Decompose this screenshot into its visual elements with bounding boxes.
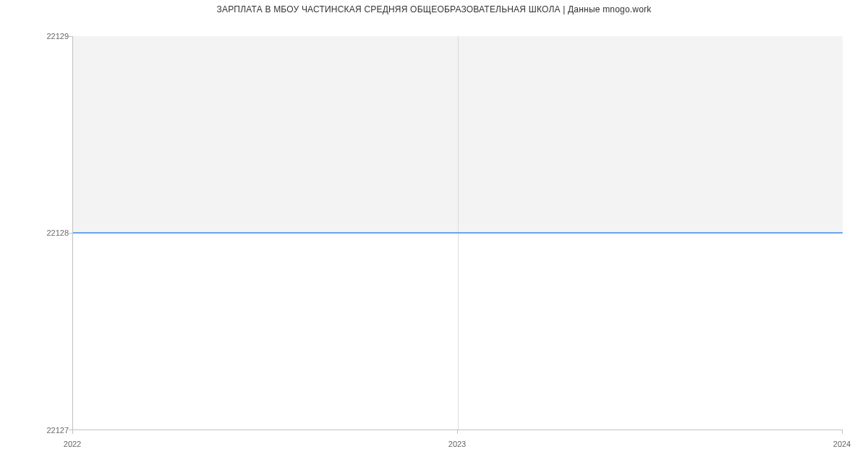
y-tick-label: 22129 [0,32,69,40]
y-tick-label: 22128 [0,228,69,237]
x-tick-label: 2023 [448,440,466,448]
x-tick-label: 2022 [64,440,81,448]
data-series-line [73,232,843,234]
chart-title: ЗАРПЛАТА В МБОУ ЧАСТИНСКАЯ СРЕДНЯЯ ОБЩЕО… [0,4,868,14]
plot-area [72,36,843,430]
chart-container: ЗАРПЛАТА В МБОУ ЧАСТИНСКАЯ СРЕДНЯЯ ОБЩЕО… [0,0,868,470]
y-tick-label: 22127 [0,426,69,435]
x-tick-mark [842,430,843,434]
x-tick-mark [457,430,458,434]
x-tick-label: 2024 [833,440,851,448]
x-tick-mark [72,430,73,434]
